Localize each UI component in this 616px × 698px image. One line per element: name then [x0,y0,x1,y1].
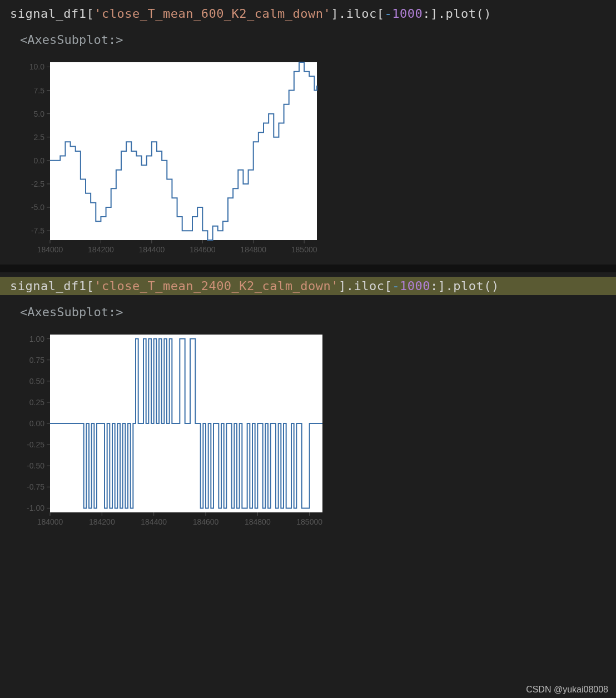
svg-text:184400: 184400 [141,517,167,526]
svg-text:184200: 184200 [88,245,114,254]
svg-text:10.0: 10.0 [29,62,44,71]
svg-text:185000: 185000 [291,245,317,254]
line-chart-2: -1.00-0.75-0.50-0.250.000.250.500.751.00… [11,329,328,529]
svg-text:5.0: 5.0 [34,109,45,118]
svg-text:-1.00: -1.00 [27,503,44,512]
svg-text:184800: 184800 [240,245,266,254]
svg-text:7.5: 7.5 [34,86,45,95]
svg-text:0.0: 0.0 [34,156,45,165]
code-cell-2: signal_df1['close_T_mean_2400_K2_calm_do… [0,272,616,300]
svg-text:184600: 184600 [190,245,216,254]
svg-text:2.5: 2.5 [34,133,45,142]
svg-text:0.00: 0.00 [29,419,44,428]
svg-text:-0.50: -0.50 [27,461,44,470]
svg-text:0.25: 0.25 [29,398,44,407]
svg-text:1.00: 1.00 [29,335,44,343]
output-text-2: <AxesSubplot:> [0,300,616,326]
chart-output-2: -1.00-0.75-0.50-0.250.000.250.500.751.00… [0,326,616,537]
svg-text:184000: 184000 [37,245,63,254]
chart-output-1: -7.5-5.0-2.50.02.55.07.510.0184000184200… [0,53,616,265]
svg-text:184600: 184600 [193,517,219,526]
svg-text:184000: 184000 [37,517,63,526]
svg-text:185000: 185000 [296,517,322,526]
code-cell-1: signal_df1['close_T_mean_600_K2_calm_dow… [0,0,616,27]
cell-divider [0,265,616,272]
svg-text:0.75: 0.75 [29,356,44,365]
svg-text:-0.25: -0.25 [27,440,44,449]
svg-text:-7.5: -7.5 [31,226,44,235]
code-input-1[interactable]: signal_df1['close_T_mean_600_K2_calm_dow… [0,4,616,23]
svg-text:0.50: 0.50 [29,377,44,386]
svg-text:-2.5: -2.5 [31,180,44,188]
svg-text:-0.75: -0.75 [27,482,44,491]
svg-text:-5.0: -5.0 [31,203,44,212]
svg-rect-0 [50,62,317,240]
svg-text:184400: 184400 [138,245,165,254]
svg-text:184200: 184200 [89,517,115,526]
line-chart-1: -7.5-5.0-2.50.02.55.07.510.0184000184200… [11,57,322,257]
svg-text:184800: 184800 [245,517,271,526]
code-input-2[interactable]: signal_df1['close_T_mean_2400_K2_calm_do… [0,277,616,295]
output-text-1: <AxesSubplot:> [0,27,616,53]
